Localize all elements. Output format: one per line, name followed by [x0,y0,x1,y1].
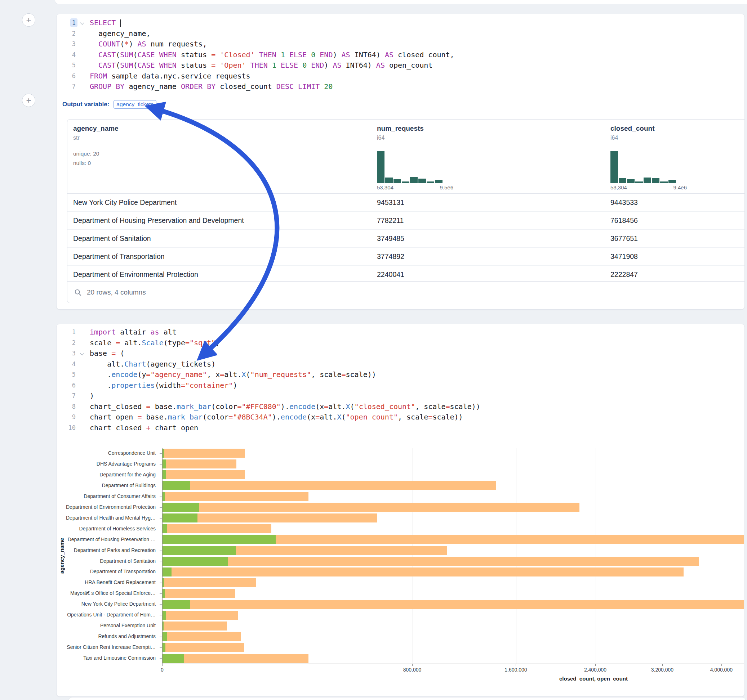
category-label: Mayorâ€ s Office of Special Enforce… [57,588,156,599]
closed_count-bar [163,643,244,652]
closed_count-bar [163,449,245,458]
table-row: Department of Environmental Protection22… [67,266,744,284]
code-text: CAST(SUM(CASE WHEN status = 'Closed' THE… [85,50,454,60]
closed_count-bar [163,611,238,620]
category-label: HRA Benefit Card Replacement [57,577,156,588]
category-label: Department of Homeless Services [57,523,156,534]
y-tick [160,496,162,497]
code-text: GROUP BY agency_name ORDER BY closed_cou… [85,81,333,92]
gridline [516,448,516,664]
column-header[interactable]: num_requestsi6453,3049.5e6 [371,119,602,193]
code-line[interactable]: 2scale = alt.Scale(type="sqrt") [57,338,744,348]
y-tick [160,464,162,465]
table-cell: Department of Environmental Protection [73,266,198,284]
table-cell: 9443533 [611,194,638,211]
code-line[interactable]: 4 alt.Chart(agency_tickets) [57,359,744,370]
output-variable-label: Output variable: [62,101,109,108]
y-tick [160,604,162,605]
code-line[interactable]: 1SELECT [57,18,744,29]
code-line[interactable]: 5 CAST(SUM(CASE WHEN status = 'Open' THE… [57,60,744,71]
output-variable-chip[interactable]: agency_tickets [113,100,156,109]
sql-editor[interactable]: 1SELECT 2 agency_name,3 COUNT(*) AS num_… [57,18,744,92]
category-label: Department of Sanitation [57,556,156,567]
column-stat: unique: 20 [73,151,99,157]
closed_count-bar [163,622,227,631]
x-axis-title: closed_count, open_count [522,676,665,682]
code-line[interactable]: 3 COUNT(*) AS num_requests, [57,39,744,50]
line-number: 4 [57,50,85,60]
histogram-bar [377,151,384,183]
code-line[interactable]: 3base = ( [57,348,744,359]
gridline [663,448,663,664]
code-line[interactable]: 8chart_closed = base.mark_bar(color="#FF… [57,401,744,412]
y-tick [160,453,162,454]
code-line[interactable]: 7GROUP BY agency_name ORDER BY closed_co… [57,81,744,92]
histogram-bar [668,180,676,183]
open_count-bar [163,459,166,468]
add-cell-button[interactable]: + [22,13,35,27]
open_count-bar [163,567,171,576]
y-tick [160,593,162,594]
histogram-bar [385,178,393,183]
column-header[interactable]: closed_counti6453,3049.4e6 [605,119,744,193]
code-line[interactable]: 1import altair as alt [57,327,744,338]
code-line[interactable]: 4 CAST(SUM(CASE WHEN status = 'Closed' T… [57,50,744,60]
histogram-bar [635,181,643,183]
search-icon[interactable] [74,288,82,296]
code-line[interactable]: 2 agency_name, [57,29,744,39]
code-text: base = ( [85,348,124,359]
y-tick [160,551,162,551]
table-cell: Department of Transportation [73,248,165,266]
code-line[interactable]: 6FROM sample_data.nyc.service_requests [57,71,744,82]
y-tick [160,658,162,659]
closed_count-bar [163,589,235,598]
category-label: New York City Police Department [57,599,156,609]
code-line[interactable]: 9chart_open = base.mark_bar(color="#8BC3… [57,412,744,423]
table-cell: New York City Police Department [73,194,177,211]
table-cell: 7618456 [611,212,638,229]
table-row: Department of Sanitation37494853677651 [67,229,744,247]
line-number: 5 [57,60,85,71]
category-label: Operations Unit - Department of Hom… [57,609,156,620]
x-tick-label: 4,000,000 [696,667,745,673]
python-editor[interactable]: 1import altair as alt2scale = alt.Scale(… [57,327,744,433]
line-number: 3 [57,348,85,359]
gridline [596,448,596,664]
code-line[interactable]: 7) [57,391,744,401]
category-label: Department of Housing Preservation … [57,534,156,545]
code-text: .encode(y="agency_name", x=alt.X("num_re… [85,370,376,380]
open_count-bar [163,449,164,458]
column-name: num_requests [377,125,424,133]
open_count-bar [163,492,165,501]
code-line[interactable]: 10chart_closed + chart_open [57,423,744,433]
histogram-bar [426,181,434,183]
category-label: Department of Buildings [57,480,156,491]
x-tick [662,664,663,666]
open_count-bar [163,481,190,490]
code-line[interactable]: 5 .encode(y="agency_name", x=alt.X("num_… [57,370,744,380]
category-label: Refunds and Adjustments [57,631,156,642]
output-variable-row: Output variable: agency_tickets [62,99,156,110]
gridline [722,448,722,664]
line-number: 1 [57,327,85,338]
histogram-range: 53,3049.4e6 [611,184,687,190]
add-cell-button[interactable]: + [22,94,35,107]
open_count-bar [163,557,228,566]
collapse-chevron-icon[interactable] [80,351,84,355]
collapse-chevron-icon[interactable] [80,21,84,24]
closed_count-bar [163,567,683,576]
table-cell: Department of Sanitation [73,230,151,247]
open_count-bar [163,535,276,544]
y-tick [160,518,162,519]
table-cell: 7782211 [377,212,404,229]
code-line[interactable]: 6 .properties(width="container") [57,380,744,391]
table-cell: 9453131 [377,194,404,211]
column-header[interactable]: agency_namestrunique: 20nulls: 0 [67,119,298,193]
column-type: i64 [377,135,384,141]
previous-cell-edge [55,0,747,5]
table-footer: 20 rows, 4 columns [67,281,744,303]
code-text: chart_closed = base.mark_bar(color="#FFC… [85,401,480,412]
chart-plot-area [162,448,744,664]
line-number: 4 [57,359,85,370]
x-tick [595,664,596,666]
